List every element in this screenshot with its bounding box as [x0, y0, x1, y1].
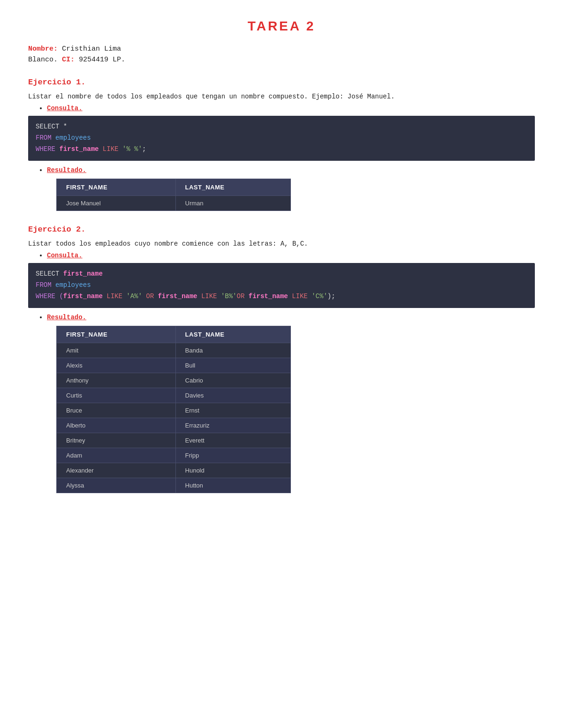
code-line-3: WHERE first_name LIKE '% %';	[36, 144, 527, 155]
ejercicio1-code-block: SELECT * FROM employees WHERE first_name…	[28, 116, 535, 160]
table-cell: Britney	[57, 433, 176, 448]
nombre-label: Nombre:	[28, 45, 58, 53]
table2-header-lastname: LAST_NAME	[175, 326, 290, 343]
code2-line-1: SELECT first_name	[36, 269, 527, 280]
ejercicio1-result-wrapper: FIRST_NAME LAST_NAME Jose ManuelUrman	[56, 179, 535, 211]
ejercicio1-consulta-item: Consulta.	[47, 105, 535, 112]
ejercicio2-result-wrapper: FIRST_NAME LAST_NAME AmitBandaAlexisBull…	[56, 326, 535, 493]
code-line-1: SELECT *	[36, 121, 527, 133]
ci-value: 9254419 LP.	[79, 56, 125, 64]
blanco-label: Blanco.	[28, 56, 58, 64]
kw-select: SELECT	[36, 123, 63, 130]
ejercicio1-result-table: FIRST_NAME LAST_NAME Jose ManuelUrman	[56, 179, 291, 211]
table-cell: Ernst	[175, 403, 290, 418]
kw-from: FROM	[36, 134, 55, 142]
table-cell: Hutton	[175, 478, 290, 493]
ejercicio2-resultado-item: Resultado.	[47, 314, 535, 321]
table-row: AlexanderHunold	[57, 463, 291, 478]
code2-line-2: FROM employees	[36, 280, 527, 291]
ejercicio1-title: Ejercicio 1.	[28, 78, 535, 87]
table-row: BruceErnst	[57, 403, 291, 418]
ejercicio2-consulta-label: Consulta.	[47, 252, 83, 259]
table-cell: Curtis	[57, 388, 176, 403]
table-row: AdamFripp	[57, 448, 291, 463]
ejercicio2-result-table: FIRST_NAME LAST_NAME AmitBandaAlexisBull…	[56, 326, 291, 493]
table-row: AnthonyCabrio	[57, 373, 291, 388]
table-cell: Alexis	[57, 358, 176, 373]
table-cell: Amit	[57, 343, 176, 358]
table-header-firstname: FIRST_NAME	[57, 179, 176, 195]
table-cell: Alberto	[57, 418, 176, 433]
table-cell: Adam	[57, 448, 176, 463]
table-cell: Jose Manuel	[57, 195, 176, 210]
ci-label: CI:	[62, 56, 75, 64]
table-cell: Banda	[175, 343, 290, 358]
table-row: AmitBanda	[57, 343, 291, 358]
table-row: Jose ManuelUrman	[57, 195, 291, 210]
ejercicio1-consulta-label: Consulta.	[47, 105, 83, 112]
table-cell: Cabrio	[175, 373, 290, 388]
ejercicio1-resultado-label: Resultado.	[47, 166, 86, 174]
page-title: TAREA 2	[28, 19, 535, 34]
nombre-value: Cristhian Lima	[62, 45, 121, 53]
ejercicio2-resultado-label: Resultado.	[47, 314, 86, 321]
table-cell: Bruce	[57, 403, 176, 418]
ci-line: Blanco. CI: 9254419 LP.	[28, 56, 535, 64]
table-cell: Davies	[175, 388, 290, 403]
table-row: AlyssaHutton	[57, 478, 291, 493]
code-line-2: FROM employees	[36, 133, 527, 144]
table2-header-firstname: FIRST_NAME	[57, 326, 176, 343]
ejercicio2-consulta-item: Consulta.	[47, 252, 535, 259]
table-cell: Alyssa	[57, 478, 176, 493]
table-cell: Alexander	[57, 463, 176, 478]
table-row: BritneyEverett	[57, 433, 291, 448]
kw-table: employees	[55, 134, 91, 142]
table-cell: Errazuriz	[175, 418, 290, 433]
table-cell: Anthony	[57, 373, 176, 388]
ejercicio2-code-block: SELECT first_name FROM employees WHERE (…	[28, 263, 535, 308]
table-row: AlbertoErrazuriz	[57, 418, 291, 433]
nombre-line: Nombre: Cristhian Lima	[28, 45, 535, 53]
table-cell: Hunold	[175, 463, 290, 478]
table-cell: Everett	[175, 433, 290, 448]
ejercicio2-description: Listar todos los empleados cuyo nombre c…	[28, 239, 535, 249]
ejercicio2-title: Ejercicio 2.	[28, 225, 535, 234]
table-row: AlexisBull	[57, 358, 291, 373]
table-cell: Bull	[175, 358, 290, 373]
code2-line-3: WHERE (first_name LIKE 'A%' OR first_nam…	[36, 291, 527, 302]
table-header-lastname: LAST_NAME	[175, 179, 290, 195]
ejercicio1-description: Listar el nombre de todos los empleados …	[28, 91, 535, 102]
table-cell: Fripp	[175, 448, 290, 463]
ejercicio1-resultado-item: Resultado.	[47, 166, 535, 174]
table-row: CurtisDavies	[57, 388, 291, 403]
table-cell: Urman	[175, 195, 290, 210]
kw-where: WHERE	[36, 145, 59, 153]
